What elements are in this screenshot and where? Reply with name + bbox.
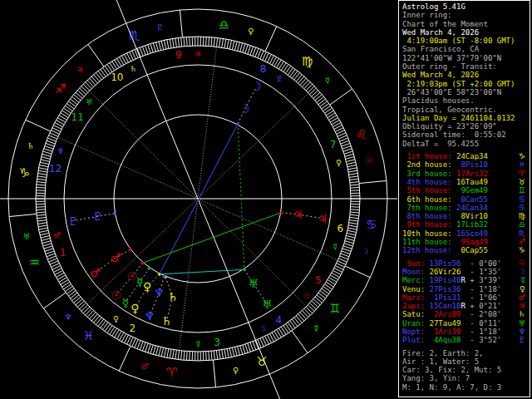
house-row-1: 1st house: 24Cap34♑ (402, 152, 530, 160)
summary-line-1: Air : 1, Water: 5 (402, 357, 530, 366)
info-line-1: Inner ring: (402, 11, 530, 19)
house-number-3: 3 (214, 337, 220, 348)
info-line-14: Obliquity = 23°26'09" (402, 122, 530, 131)
info-line-13: Julian Day = 2461104.0132 (402, 114, 530, 122)
planet-row-uranus: Uran: 27Tau49 - 0°11'♅ (402, 319, 530, 328)
planet-inner-icon-jupiter: ♃ (293, 208, 303, 221)
planet-row-venus: Venu: 27Pis36 - 1°18'♀ (402, 285, 530, 293)
house-row-4: 4th house: 16Tau49♉ (402, 178, 530, 186)
planet-inner-icon-venus: ♀ (143, 280, 151, 293)
planet-inner-icon-neptune: ♆ (154, 286, 165, 299)
summary-line-3: Yang: 3, Yin: 7 (402, 374, 530, 382)
house-number-9: 9 (175, 49, 182, 61)
house-cusp-line (198, 93, 308, 199)
sign-divider (265, 27, 277, 52)
house-number-7: 7 (330, 139, 337, 150)
planet-inner-icon-saturn: ♄ (167, 290, 178, 303)
sign-glyph-leo: ♌ (356, 127, 367, 142)
sign-ruler-icon-pisces: ♆ (65, 313, 72, 322)
sign-ruler-icon-cancer: ☽ (362, 247, 369, 256)
planet-inner-icon-pluto: ♇ (93, 209, 104, 223)
house-ruler-icon-6: ☿ (332, 242, 337, 251)
sign-divider (88, 44, 104, 66)
house-cusp-line (198, 47, 217, 199)
house-number-4: 4 (275, 314, 282, 326)
house-ruler-icon-9: ♃ (194, 49, 201, 58)
sign-divider (26, 120, 51, 131)
planet-row-neptune: Nept: 1Ari10 - 1°18'♆ (402, 328, 530, 336)
planet-inner-icon-moon: ☽ (239, 102, 250, 116)
sign-divider (9, 214, 37, 216)
info-line-7: Outer ring - Transit: (402, 62, 530, 71)
planet-row-mercury: Merc: 19Pis40R + 3°39'☿ (402, 276, 530, 284)
house-row-7: 7th house: 24Can34♋ (402, 204, 530, 212)
sign-ruler-icon-capricorn: ♄ (27, 141, 34, 150)
aspect-line-sun-jupiter (143, 213, 282, 264)
aspect-line-moon-uranus (238, 124, 244, 269)
house-number-11: 11 (71, 111, 84, 123)
sign-divider (213, 360, 215, 387)
sign-ruler-icon-gemini: ☿ (313, 323, 318, 332)
house-ruler-icon-1: ♂ (53, 230, 61, 239)
info-line-16: DeltaT = 95.4255 (402, 140, 530, 148)
sign-ruler-icon-aries: ♂ (141, 362, 149, 371)
house-ruler-icon-12: ♆ (57, 146, 65, 155)
sign-ruler-icon-scorpio: ♇ (156, 22, 164, 32)
info-panel: Astrolog 5.41GInner ring:Chart of the Mo… (398, 0, 530, 397)
sign-divider (345, 266, 370, 278)
chart-wheel: ♈♂♉♀♊☿♋☽♌☉♍☿♎♀♏♇♐♃♑♄♒♅♓♆1♂2♀3☿4☽5☉6☿7♀8♇… (0, 0, 398, 399)
planet-outer-icon-moon: ☽ (251, 80, 262, 93)
planet-outer-icon-mars: ♂ (90, 266, 101, 279)
house-ruler-icon-11: ♅ (86, 97, 93, 106)
info-line-8: Wed March 4, 2026 (402, 71, 530, 79)
sign-glyph-gemini: ♊ (329, 301, 340, 316)
planet-inner-icon-mars: ♂ (111, 251, 121, 264)
planet-outer-icon-venus: ♀ (131, 302, 139, 315)
planet-row-sun: Sun: 13Pis56 - 0°00'☉ (402, 259, 530, 268)
planet-row-jupiter: Jupi: 15Can10R + 0°21'♃ (402, 302, 530, 310)
house-number-5: 5 (315, 274, 322, 286)
house-row-5: 5th house: 9Gem49♊ (402, 186, 530, 195)
astrolog-window: ♈♂♉♀♊☿♋☽♌☉♍☿♎♀♏♇♐♃♑♄♒♅♓♆1♂2♀3☿4☽5☉6☿7♀8♇… (0, 0, 532, 399)
sign-divider (119, 346, 131, 371)
info-line-3: Wed March 4, 2026 (402, 28, 530, 37)
info-line-0: Astrolog 5.41G (402, 2, 530, 11)
house-cusp-line (89, 91, 198, 199)
house-number-10: 10 (111, 71, 123, 83)
house-ruler-icon-7: ♀ (336, 158, 342, 167)
house-cusp-line (179, 199, 198, 351)
sign-glyph-capricorn: ♑ (19, 165, 30, 180)
sign-divider (292, 331, 308, 353)
planet-outer-icon-sun: ☉ (111, 288, 121, 302)
sign-glyph-pisces: ♓ (83, 328, 94, 343)
summary-line-0: Fire: 2, Earth: 2, (402, 349, 530, 357)
house-row-10: 10th house: 16Sco49♏ (402, 229, 530, 238)
sign-glyph-virgo: ♍ (302, 54, 313, 69)
sign-glyph-taurus: ♉ (256, 354, 267, 369)
planet-outer-icon-mercury: ☿ (122, 296, 130, 309)
sign-divider (43, 293, 66, 308)
house-number-2: 2 (129, 323, 135, 334)
sign-ruler-icon-libra: ♀ (248, 27, 254, 36)
house-row-2: 2nd house: 8Pis10♓ (402, 160, 530, 169)
sign-glyph-sagittarius: ♐ (55, 81, 66, 96)
sign-glyph-libra: ♎ (219, 17, 229, 32)
planet-outer-icon-saturn: ♄ (161, 314, 172, 328)
planet-row-moon: Moon: 26Vir26 - 1°35'☽ (402, 268, 530, 276)
house-ruler-icon-3: ☿ (195, 339, 200, 348)
sign-ruler-icon-sagittarius: ♃ (76, 65, 83, 74)
summary-line-4: M: 1, N: 9, A: 7, D: 3 (402, 383, 530, 392)
planet-outer-icon-uranus: ♅ (262, 298, 273, 311)
planet-outer-icon-pluto: ♇ (68, 214, 79, 228)
sign-divider (180, 10, 182, 37)
planet-row-saturn: Satu: 2Ari09 - 2°08'♄ (402, 310, 530, 318)
house-cusp-line (198, 199, 307, 307)
info-line-15: Sidereal time: 0:55:02 (402, 131, 530, 139)
planet-row-pluto: Plut: 4Aqu38 - 3°52'♇ (402, 336, 530, 344)
house-number-8: 8 (260, 63, 267, 75)
house-row-3: 3rd house: 17Ari32♈ (402, 170, 530, 178)
sign-ruler-icon-taurus: ♀ (233, 366, 239, 375)
house-row-12: 12th house: 0Cap55♑ (402, 246, 530, 254)
sign-ruler-icon-aquarius: ♅ (22, 232, 30, 241)
sign-ruler-icon-virgo: ☿ (325, 76, 330, 85)
